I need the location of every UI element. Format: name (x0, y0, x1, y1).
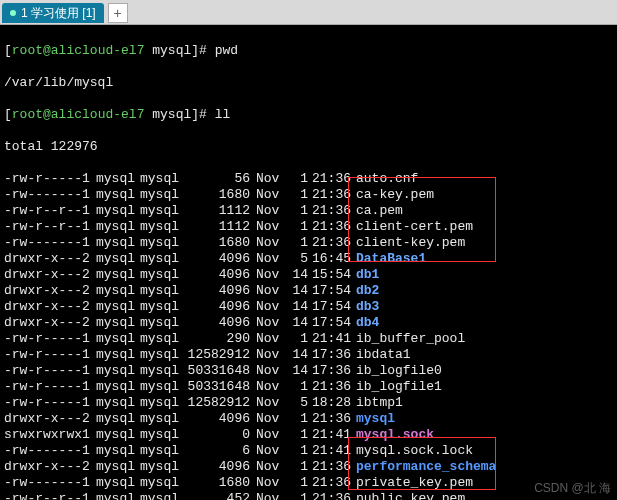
tab-session-1[interactable]: 1 学习使用 [1] (2, 3, 104, 23)
file-name: performance_schema (356, 459, 496, 475)
list-item: drwxr-x---2mysqlmysql4096Nov1415:54db1 (4, 267, 613, 283)
command-pwd: pwd (215, 43, 238, 59)
list-item: -rw-------1mysqlmysql1680Nov121:36ca-key… (4, 187, 613, 203)
list-item: drwxr-x---2mysqlmysql4096Nov121:36mysql (4, 411, 613, 427)
new-tab-button[interactable]: + (108, 3, 128, 23)
file-name: client-cert.pem (356, 219, 473, 235)
file-name: client-key.pem (356, 235, 465, 251)
list-item: -rw-r-----1mysqlmysql50331648Nov121:36ib… (4, 379, 613, 395)
file-name: db1 (356, 267, 379, 283)
pwd-output: /var/lib/mysql (4, 75, 613, 91)
file-name: public_key.pem (356, 491, 465, 500)
file-name: db4 (356, 315, 379, 331)
user-host: root@alicloud-el7 (12, 107, 145, 123)
list-item: drwxr-x---2mysqlmysql4096Nov516:45DataBa… (4, 251, 613, 267)
file-name: db3 (356, 299, 379, 315)
file-listing: -rw-r-----1mysqlmysql56Nov121:36auto.cnf… (4, 171, 613, 500)
list-item: -rw-r-----1mysqlmysql12582912Nov1417:36i… (4, 347, 613, 363)
file-name: auto.cnf (356, 171, 418, 187)
file-name: ca.pem (356, 203, 403, 219)
plus-icon: + (114, 5, 122, 21)
list-item: -rw-------1mysqlmysql1680Nov121:36privat… (4, 475, 613, 491)
list-item: -rw-r-----1mysqlmysql50331648Nov1417:36i… (4, 363, 613, 379)
file-name: ib_logfile0 (356, 363, 442, 379)
file-name: ibdata1 (356, 347, 411, 363)
list-item: -rw-r--r--1mysqlmysql452Nov121:36public_… (4, 491, 613, 500)
terminal[interactable]: [root@alicloud-el7 mysql]# pwd /var/lib/… (0, 25, 617, 500)
file-name: ib_logfile1 (356, 379, 442, 395)
list-item: drwxr-x---2mysqlmysql4096Nov121:36perfor… (4, 459, 613, 475)
total-line: total 122976 (4, 139, 613, 155)
list-item: drwxr-x---2mysqlmysql4096Nov1417:54db4 (4, 315, 613, 331)
list-item: -rw-r--r--1mysqlmysql1112Nov121:36client… (4, 219, 613, 235)
list-item: srwxrwxrwx1mysqlmysql0Nov121:41mysql.soc… (4, 427, 613, 443)
tab-bar: 1 学习使用 [1] + (0, 0, 617, 25)
list-item: -rw-r--r--1mysqlmysql1112Nov121:36ca.pem (4, 203, 613, 219)
prompt-line: [root@alicloud-el7 mysql]# ll (4, 107, 613, 123)
file-name: ib_buffer_pool (356, 331, 465, 347)
file-name: DataBase1 (356, 251, 426, 267)
list-item: -rw-------1mysqlmysql1680Nov121:36client… (4, 235, 613, 251)
user-host: root@alicloud-el7 (12, 43, 145, 59)
watermark: CSDN @北 海 (534, 480, 611, 496)
file-name: ibtmp1 (356, 395, 403, 411)
list-item: drwxr-x---2mysqlmysql4096Nov1417:54db3 (4, 299, 613, 315)
prompt-line: [root@alicloud-el7 mysql]# pwd (4, 43, 613, 59)
status-dot-icon (10, 10, 16, 16)
list-item: -rw-------1mysqlmysql6Nov121:41mysql.soc… (4, 443, 613, 459)
file-name: private_key.pem (356, 475, 473, 491)
command-ll: ll (215, 107, 231, 123)
tab-label: 1 学习使用 [1] (21, 5, 96, 21)
list-item: -rw-r-----1mysqlmysql290Nov121:41ib_buff… (4, 331, 613, 347)
file-name: mysql (356, 411, 395, 427)
list-item: -rw-r-----1mysqlmysql12582912Nov518:28ib… (4, 395, 613, 411)
file-name: db2 (356, 283, 379, 299)
list-item: -rw-r-----1mysqlmysql56Nov121:36auto.cnf (4, 171, 613, 187)
list-item: drwxr-x---2mysqlmysql4096Nov1417:54db2 (4, 283, 613, 299)
file-name: mysql.sock.lock (356, 443, 473, 459)
file-name: ca-key.pem (356, 187, 434, 203)
file-name: mysql.sock (356, 427, 434, 443)
